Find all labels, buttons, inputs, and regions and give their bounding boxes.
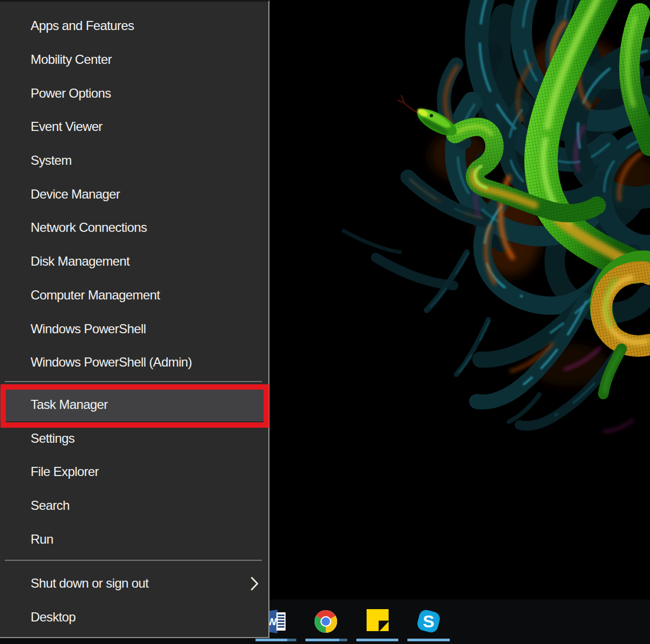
menu-item-apps-and-features[interactable]: Apps and Features xyxy=(0,9,268,43)
menu-item-disk-management[interactable]: Disk Management xyxy=(0,245,268,279)
taskbar-button-chrome[interactable] xyxy=(313,609,340,635)
menu-item-mobility-center[interactable]: Mobility Center xyxy=(0,43,268,77)
menu-item-power-options[interactable]: Power Options xyxy=(0,76,268,110)
menu-item-label: Shut down or sign out xyxy=(31,576,149,591)
menu-item-windows-powershell[interactable]: Windows PowerShell xyxy=(0,312,268,346)
taskbar-button-word[interactable]: W xyxy=(266,609,293,635)
menu-item-shut-down-or-sign-out[interactable]: Shut down or sign out xyxy=(0,567,268,601)
menu-item-run[interactable]: Run xyxy=(0,522,268,556)
chevron-right-icon xyxy=(251,576,259,591)
running-indicator-skype xyxy=(407,639,450,641)
running-indicator-chrome-dim xyxy=(339,639,347,641)
sticky-notes-icon xyxy=(367,609,389,631)
menu-item-search[interactable]: Search xyxy=(0,489,268,523)
menu-item-label: Search xyxy=(31,498,69,513)
menu-item-event-viewer[interactable]: Event Viewer xyxy=(0,110,268,144)
running-indicator-word-dim xyxy=(287,639,296,641)
menu-item-desktop[interactable]: Desktop xyxy=(0,601,268,634)
menu-item-label: Disk Management xyxy=(31,254,129,269)
menu-item-computer-management[interactable]: Computer Management xyxy=(0,279,268,312)
menu-item-file-explorer[interactable]: File Explorer xyxy=(0,455,268,489)
svg-text:S: S xyxy=(423,612,434,631)
menu-item-label: Settings xyxy=(31,431,75,446)
menu-separator xyxy=(5,560,262,561)
menu-item-label: Desktop xyxy=(31,610,76,625)
running-indicator-word xyxy=(255,639,287,641)
menu-item-label: Mobility Center xyxy=(31,52,112,67)
menu-item-label: Device Manager xyxy=(31,187,120,202)
menu-item-label: Computer Management xyxy=(31,288,160,303)
menu-item-label: System xyxy=(31,153,71,168)
menu-item-system[interactable]: System xyxy=(0,144,268,178)
menu-item-label: Windows PowerShell (Admin) xyxy=(31,355,192,370)
menu-item-label: Power Options xyxy=(31,86,111,101)
menu-item-label: Run xyxy=(31,532,53,547)
menu-separator xyxy=(5,381,262,382)
running-indicator-sticky-notes xyxy=(356,639,398,641)
menu-item-network-connections[interactable]: Network Connections xyxy=(0,211,268,245)
taskbar-button-sticky-notes[interactable] xyxy=(367,609,393,635)
menu-item-label: Network Connections xyxy=(31,220,147,235)
menu-item-label: Apps and Features xyxy=(31,18,134,33)
menu-item-label: Event Viewer xyxy=(31,119,103,134)
winx-menu: Apps and Features Mobility Center Power … xyxy=(0,0,269,638)
skype-icon: S xyxy=(417,609,441,634)
taskbar-button-skype[interactable]: S xyxy=(417,609,443,635)
menu-item-device-manager[interactable]: Device Manager xyxy=(0,177,268,211)
menu-item-label: File Explorer xyxy=(31,464,99,479)
menu-item-label: Windows PowerShell xyxy=(31,321,146,336)
task-manager-highlight-annotation xyxy=(1,384,269,428)
running-indicator-chrome xyxy=(305,639,339,641)
desktop: W S xyxy=(0,0,650,644)
chrome-icon xyxy=(313,609,338,634)
menu-item-windows-powershell-admin[interactable]: Windows PowerShell (Admin) xyxy=(0,346,268,379)
